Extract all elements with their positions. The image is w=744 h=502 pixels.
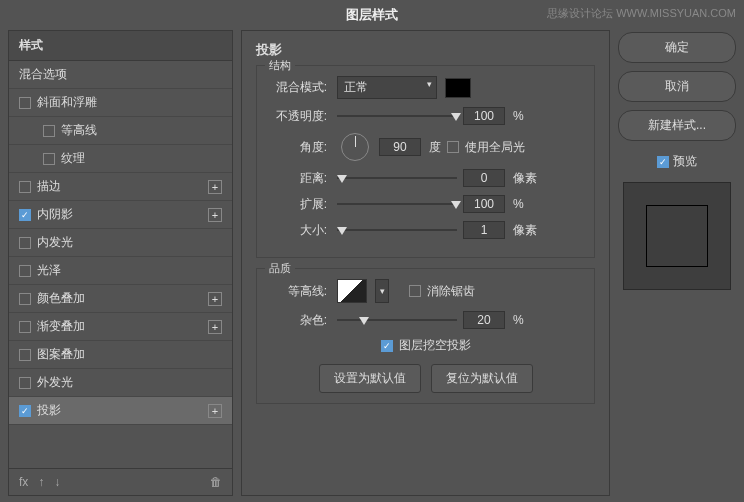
add-effect-icon[interactable]: + <box>208 292 222 306</box>
structure-group: 结构 混合模式: 正常 不透明度: 100 % 角度: 90 度 使用全局光 距… <box>256 65 595 258</box>
knockout-checkbox[interactable]: ✓ <box>381 340 393 352</box>
trash-icon[interactable]: 🗑 <box>210 475 222 489</box>
style-row-2[interactable]: 纹理 <box>9 145 232 173</box>
spread-input[interactable]: 100 <box>463 195 505 213</box>
noise-input[interactable]: 20 <box>463 311 505 329</box>
style-row-11[interactable]: ✓投影+ <box>9 397 232 425</box>
style-checkbox[interactable] <box>19 237 31 249</box>
style-checkbox[interactable] <box>43 153 55 165</box>
styles-footer: fx ↑ ↓ 🗑 <box>9 468 232 495</box>
style-label: 光泽 <box>37 262 61 279</box>
styles-header: 样式 <box>9 31 232 61</box>
opacity-label: 不透明度: <box>267 108 327 125</box>
style-checkbox[interactable] <box>19 293 31 305</box>
style-checkbox[interactable] <box>19 265 31 277</box>
shadow-color-swatch[interactable] <box>445 78 471 98</box>
contour-label: 等高线: <box>267 283 327 300</box>
style-row-8[interactable]: 渐变叠加+ <box>9 313 232 341</box>
style-checkbox[interactable] <box>43 125 55 137</box>
add-effect-icon[interactable]: + <box>208 320 222 334</box>
style-checkbox[interactable]: ✓ <box>19 405 31 417</box>
blending-options-row[interactable]: 混合选项 <box>9 61 232 89</box>
style-label: 等高线 <box>61 122 97 139</box>
distance-input[interactable]: 0 <box>463 169 505 187</box>
distance-slider[interactable] <box>337 171 457 185</box>
global-light-label: 使用全局光 <box>465 139 525 156</box>
style-checkbox[interactable] <box>19 321 31 333</box>
style-row-3[interactable]: 描边+ <box>9 173 232 201</box>
style-label: 投影 <box>37 402 61 419</box>
angle-label: 角度: <box>267 139 327 156</box>
style-label: 内阴影 <box>37 206 73 223</box>
style-checkbox[interactable] <box>19 377 31 389</box>
panel-heading: 投影 <box>256 41 595 59</box>
spread-unit: % <box>513 197 524 211</box>
style-checkbox[interactable] <box>19 97 31 109</box>
style-label: 颜色叠加 <box>37 290 85 307</box>
angle-unit: 度 <box>429 139 441 156</box>
action-panel: 确定 取消 新建样式... ✓ 预览 <box>618 30 736 496</box>
cancel-button[interactable]: 取消 <box>618 71 736 102</box>
preview-box <box>623 182 731 290</box>
style-row-10[interactable]: 外发光 <box>9 369 232 397</box>
add-effect-icon[interactable]: + <box>208 180 222 194</box>
size-label: 大小: <box>267 222 327 239</box>
settings-panel: 投影 结构 混合模式: 正常 不透明度: 100 % 角度: 90 度 使用全局… <box>241 30 610 496</box>
up-icon[interactable]: ↑ <box>38 475 44 489</box>
ok-button[interactable]: 确定 <box>618 32 736 63</box>
preview-swatch <box>646 205 708 267</box>
structure-label: 结构 <box>265 58 295 73</box>
quality-group: 品质 等高线: ▾ 消除锯齿 杂色: 20 % ✓ 图层挖空投影 设置为默认值 … <box>256 268 595 404</box>
blend-mode-select[interactable]: 正常 <box>337 76 437 99</box>
blend-mode-label: 混合模式: <box>267 79 327 96</box>
dialog-body: 样式 混合选项 斜面和浮雕等高线纹理描边+✓内阴影+内发光光泽颜色叠加+渐变叠加… <box>0 30 744 502</box>
contour-picker[interactable] <box>337 279 367 303</box>
opacity-slider[interactable] <box>337 109 457 123</box>
contour-dropdown-icon[interactable]: ▾ <box>375 279 389 303</box>
styles-panel: 样式 混合选项 斜面和浮雕等高线纹理描边+✓内阴影+内发光光泽颜色叠加+渐变叠加… <box>8 30 233 496</box>
noise-label: 杂色: <box>267 312 327 329</box>
spread-slider[interactable] <box>337 197 457 211</box>
angle-dial[interactable] <box>341 133 369 161</box>
style-checkbox[interactable] <box>19 181 31 193</box>
add-effect-icon[interactable]: + <box>208 404 222 418</box>
style-label: 斜面和浮雕 <box>37 94 97 111</box>
opacity-unit: % <box>513 109 524 123</box>
watermark: 思缘设计论坛 WWW.MISSYUAN.COM <box>547 6 736 21</box>
angle-input[interactable]: 90 <box>379 138 421 156</box>
size-input[interactable]: 1 <box>463 221 505 239</box>
style-row-4[interactable]: ✓内阴影+ <box>9 201 232 229</box>
noise-unit: % <box>513 313 524 327</box>
size-unit: 像素 <box>513 222 537 239</box>
quality-label: 品质 <box>265 261 295 276</box>
size-slider[interactable] <box>337 223 457 237</box>
style-label: 图案叠加 <box>37 346 85 363</box>
fx-icon[interactable]: fx <box>19 475 28 489</box>
style-row-5[interactable]: 内发光 <box>9 229 232 257</box>
style-label: 纹理 <box>61 150 85 167</box>
style-row-1[interactable]: 等高线 <box>9 117 232 145</box>
global-light-checkbox[interactable] <box>447 141 459 153</box>
style-row-7[interactable]: 颜色叠加+ <box>9 285 232 313</box>
reset-default-button[interactable]: 复位为默认值 <box>431 364 533 393</box>
antialias-label: 消除锯齿 <box>427 283 475 300</box>
style-row-6[interactable]: 光泽 <box>9 257 232 285</box>
style-row-0[interactable]: 斜面和浮雕 <box>9 89 232 117</box>
down-icon[interactable]: ↓ <box>54 475 60 489</box>
style-row-9[interactable]: 图案叠加 <box>9 341 232 369</box>
add-effect-icon[interactable]: + <box>208 208 222 222</box>
preview-checkbox[interactable]: ✓ <box>657 156 669 168</box>
style-checkbox[interactable]: ✓ <box>19 209 31 221</box>
opacity-input[interactable]: 100 <box>463 107 505 125</box>
style-checkbox[interactable] <box>19 349 31 361</box>
style-label: 渐变叠加 <box>37 318 85 335</box>
noise-slider[interactable] <box>337 313 457 327</box>
blending-options-label: 混合选项 <box>19 66 67 83</box>
make-default-button[interactable]: 设置为默认值 <box>319 364 421 393</box>
knockout-label: 图层挖空投影 <box>399 337 471 354</box>
style-label: 外发光 <box>37 374 73 391</box>
antialias-checkbox[interactable] <box>409 285 421 297</box>
spread-label: 扩展: <box>267 196 327 213</box>
new-style-button[interactable]: 新建样式... <box>618 110 736 141</box>
preview-label: 预览 <box>673 153 697 170</box>
